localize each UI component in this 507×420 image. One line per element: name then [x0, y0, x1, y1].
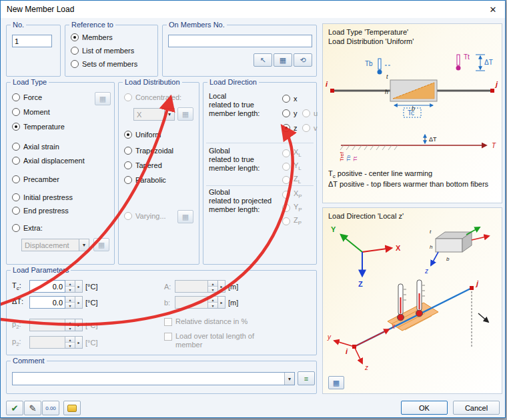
- radio-list-of-members[interactable]: List of members: [71, 47, 134, 55]
- radio-tapered[interactable]: Tapered: [124, 161, 162, 169]
- spin-buttons[interactable]: ▴▾: [65, 296, 75, 309]
- edit-comment-button[interactable]: ✎: [24, 401, 41, 415]
- radio-local-y[interactable]: y: [282, 109, 298, 117]
- unit-label: [°C]: [85, 321, 97, 329]
- radio-global-xl[interactable]: XL: [282, 148, 302, 158]
- pencil-icon: ✎: [29, 403, 36, 413]
- on-members-input[interactable]: [168, 35, 312, 47]
- radio-label: Temperature: [23, 123, 65, 131]
- radio-varying[interactable]: Varying...: [124, 212, 166, 220]
- p2-input[interactable]: [29, 336, 65, 349]
- unit-flyout-button[interactable]: ▸: [218, 296, 225, 309]
- radio-global-zl[interactable]: ZL: [282, 175, 301, 185]
- radio-global-zp[interactable]: ZP: [282, 216, 302, 226]
- radio-initial-prestress[interactable]: Initial prestress: [12, 193, 73, 201]
- radio-dot: [71, 60, 79, 68]
- radio-local-u[interactable]: u: [302, 109, 318, 117]
- radio-axial-strain[interactable]: Axial strain: [12, 143, 59, 151]
- extra-options-button[interactable]: ▦: [93, 238, 109, 251]
- apply-settings-button[interactable]: ✔: [6, 401, 23, 415]
- radio-global-yp[interactable]: YP: [282, 203, 302, 213]
- radio-force[interactable]: Force: [12, 93, 42, 101]
- tt-axis-label: Tt: [352, 156, 358, 161]
- spin-buttons[interactable]: ▴▾: [65, 319, 75, 331]
- load-direction-group-title: Load Direction: [207, 78, 259, 86]
- spin-up-icon[interactable]: ▴: [65, 297, 75, 302]
- ok-button[interactable]: OK: [401, 401, 448, 415]
- varying-options-button[interactable]: ▦: [177, 210, 193, 223]
- comment-input[interactable]: [13, 375, 284, 383]
- member-i-label: i: [346, 347, 348, 355]
- radio-local-x[interactable]: x: [282, 95, 298, 103]
- extra-type-dropdown[interactable]: Displacement ▾: [21, 239, 89, 251]
- decimal-places-button[interactable]: 0.00: [42, 401, 59, 415]
- spin-down-icon[interactable]: ▾: [65, 302, 75, 308]
- radio-label: Initial prestress: [23, 193, 73, 201]
- radio-parabolic[interactable]: Parabolic: [124, 176, 166, 184]
- spin-down-icon[interactable]: ▾: [65, 325, 75, 331]
- a-input[interactable]: [175, 280, 208, 293]
- radio-concentrated[interactable]: Concentrated:: [124, 93, 181, 101]
- radio-moment[interactable]: Moment: [12, 108, 50, 116]
- spin-buttons[interactable]: ▴▾: [208, 280, 218, 293]
- pick-from-table-button[interactable]: ▦: [274, 53, 292, 67]
- spin-up-icon[interactable]: ▴: [65, 319, 75, 325]
- lasso-select-button[interactable]: ⟲: [294, 53, 312, 67]
- load-type-options-button[interactable]: ▦: [95, 92, 111, 105]
- radio-global-xp[interactable]: XP: [282, 189, 302, 199]
- radio-uniform[interactable]: Uniform: [124, 131, 161, 139]
- unit-label: [°C]: [85, 299, 97, 307]
- radio-end-prestress[interactable]: End prestress: [12, 207, 69, 215]
- comment-templates-button[interactable]: ≡: [298, 371, 315, 385]
- load-number-input[interactable]: [12, 35, 52, 47]
- dt-input[interactable]: [29, 296, 65, 309]
- spin-buttons[interactable]: ▴▾: [65, 336, 75, 349]
- pick-members-button[interactable]: ↖: [254, 53, 272, 67]
- radio-sets-of-members[interactable]: Sets of members: [71, 60, 137, 68]
- tc-label: Tc: [408, 109, 414, 117]
- radio-label: Sets of members: [82, 60, 137, 68]
- radio-extra[interactable]: Extra:: [12, 224, 43, 232]
- unit-label: [m]: [228, 283, 238, 291]
- unit-flyout-button[interactable]: ▸: [75, 336, 83, 349]
- spin-up-icon[interactable]: ▴: [208, 281, 217, 286]
- spin-up-icon[interactable]: ▴: [65, 281, 75, 286]
- tb-axis-label: Tb: [346, 155, 352, 161]
- spin-buttons[interactable]: ▴▾: [65, 280, 75, 293]
- units-button[interactable]: [63, 401, 81, 415]
- spin-down-icon[interactable]: ▾: [65, 342, 75, 348]
- unit-flyout-button[interactable]: ▸: [218, 280, 225, 293]
- checkbox-label: Relative distance in %: [175, 317, 247, 326]
- radio-local-z[interactable]: z: [282, 124, 298, 132]
- radio-trapezoidal[interactable]: Trapezoidal: [124, 147, 173, 155]
- concentrated-options-button[interactable]: ▦: [177, 107, 193, 121]
- help-title-load-type: Load Type 'Temperature': [328, 28, 408, 36]
- close-button[interactable]: ✕: [481, 1, 505, 18]
- tc-input[interactable]: [29, 280, 65, 293]
- spin-down-icon[interactable]: ▾: [208, 286, 217, 292]
- unit-flyout-button[interactable]: ▸: [75, 280, 83, 293]
- spin-down-icon[interactable]: ▾: [65, 286, 75, 292]
- spin-up-icon[interactable]: ▴: [65, 337, 75, 342]
- radio-local-v[interactable]: v: [302, 124, 318, 132]
- spin-buttons[interactable]: ▴▾: [208, 296, 218, 309]
- comment-combobox[interactable]: ▾: [12, 372, 295, 385]
- spin-up-icon[interactable]: ▴: [208, 297, 217, 302]
- radio-members[interactable]: Members: [71, 33, 113, 41]
- relative-distance-checkbox[interactable]: Relative distance in %: [164, 317, 247, 326]
- panel-settings-button[interactable]: ▦: [328, 376, 344, 389]
- b-input[interactable]: [175, 296, 208, 309]
- concentrated-direction-dropdown[interactable]: X ▾: [133, 108, 175, 121]
- radio-precamber[interactable]: Precamber: [12, 175, 59, 183]
- unit-flyout-button[interactable]: ▸: [75, 319, 83, 331]
- load-over-total-length-checkbox[interactable]: Load over total length of member: [164, 332, 254, 349]
- p2-input[interactable]: [29, 319, 65, 331]
- radio-global-yl[interactable]: YL: [282, 161, 302, 171]
- radio-label: x: [294, 95, 298, 103]
- radio-axial-displacement[interactable]: Axial displacement: [12, 157, 85, 165]
- radio-label: Force: [23, 93, 42, 101]
- unit-flyout-button[interactable]: ▸: [75, 296, 83, 309]
- radio-temperature[interactable]: Temperature: [12, 123, 65, 131]
- spin-down-icon[interactable]: ▾: [208, 302, 217, 308]
- cancel-button[interactable]: Cancel: [453, 401, 500, 415]
